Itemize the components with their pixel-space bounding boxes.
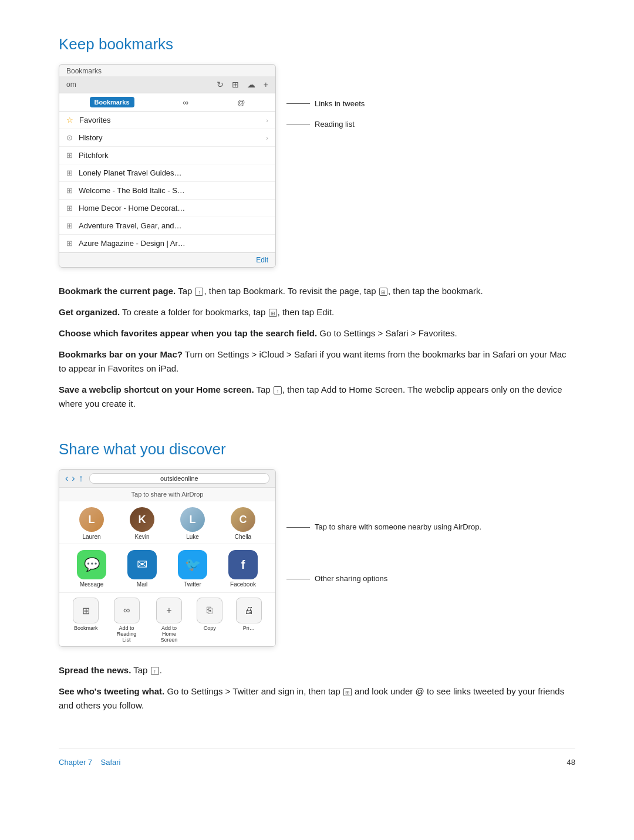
footer-chapter-name: Safari	[101, 758, 121, 767]
callout-reading-text: Reading list	[315, 120, 355, 129]
person-name-luke: Luke	[186, 534, 199, 540]
bm-toolbar: om ↻ ⊞ ☁ +	[59, 76, 275, 93]
share-title: Share what you discover	[59, 440, 575, 458]
history-icon: ⊙	[66, 133, 73, 142]
avatar-chella: C	[231, 507, 255, 532]
list-item-lonely-planet[interactable]: ⊞ Lonely Planet Travel Guides…	[59, 164, 275, 182]
bm-label-top: Bookmarks	[59, 65, 275, 76]
paragraph-get-organized: Get organized. To create a folder for bo…	[59, 305, 575, 319]
person-name-chella: Chella	[235, 534, 251, 540]
list-item-favorites[interactable]: ☆ Favorites ›	[59, 112, 275, 129]
book-icon-inline-2: ⊞	[269, 309, 277, 317]
action-name-print: Pri…	[243, 625, 255, 631]
share-url-bar[interactable]: outsideonline	[89, 473, 269, 484]
star-icon: ☆	[66, 116, 73, 124]
action-icon-copy: ⎘	[197, 598, 222, 623]
paragraph-choose-favorites: Choose which favorites appear when you t…	[59, 326, 575, 340]
share-icon[interactable]: ↑	[79, 473, 83, 484]
bold-save-webclip: Save a webclip shortcut on your Home scr…	[59, 384, 254, 394]
person-luke[interactable]: L Luke	[180, 507, 205, 540]
bm-tab-readinglist-icon[interactable]: ∞	[183, 98, 188, 107]
share-nav: ‹ › ↑	[65, 473, 83, 484]
paragraph-spread-news: Spread the news. Tap ↑.	[59, 663, 575, 677]
app-mail[interactable]: ✉ Mail	[127, 550, 157, 588]
app-icon-facebook: f	[228, 550, 258, 579]
bookmark-diagram-container: Bookmarks om ↻ ⊞ ☁ + Bookmarks ∞ @ ☆ Fav…	[59, 64, 575, 268]
action-print[interactable]: 🖨 Pri…	[236, 598, 262, 643]
list-item-azure[interactable]: ⊞ Azure Magazine - Design | Ar…	[59, 235, 275, 252]
bm-footer-edit[interactable]: Edit	[59, 252, 275, 267]
share-diagram: ‹ › ↑ outsideonline Tap to share with Ai…	[59, 469, 276, 647]
list-item-adventure[interactable]: ⊞ Adventure Travel, Gear, and…	[59, 217, 275, 235]
bold-see-tweeting: See who's tweeting what.	[59, 686, 164, 696]
bookmark-diagram: Bookmarks om ↻ ⊞ ☁ + Bookmarks ∞ @ ☆ Fav…	[59, 64, 276, 268]
app-message[interactable]: 💬 Message	[77, 550, 106, 588]
tabs-icon: ⊞	[232, 80, 239, 89]
book-icon-inline: ⊞	[379, 288, 387, 296]
avatar-luke: L	[180, 507, 205, 532]
pitchfork-label: Pitchfork	[79, 151, 268, 160]
share-icon-inline-3: ↑	[151, 667, 159, 675]
person-kevin[interactable]: K Kevin	[130, 507, 154, 540]
refresh-icon: ↻	[217, 80, 224, 89]
paragraph-save-webclip: Save a webclip shortcut on your Home scr…	[59, 383, 575, 411]
app-facebook[interactable]: f Facebook	[228, 550, 258, 588]
action-copy[interactable]: ⎘ Copy	[197, 598, 222, 643]
callout-dash-4	[286, 579, 310, 579]
app-icon-twitter: 🐦	[178, 550, 207, 579]
action-name-reading: Add to Reading List	[112, 625, 141, 643]
callout-links-in-tweets: Links in tweets	[286, 99, 365, 108]
person-lauren[interactable]: L Lauren	[79, 507, 104, 540]
share-section: Share what you discover ‹ › ↑ outsideonl…	[59, 440, 575, 713]
footer-page-number: 48	[567, 758, 575, 767]
bold-get-organized: Get organized.	[59, 307, 120, 317]
callout-reading-list: Reading list	[286, 120, 365, 129]
callout-dash-1	[286, 103, 310, 104]
bm-tab-bookmarks[interactable]: Bookmarks	[90, 97, 134, 107]
app-icon-message: 💬	[77, 550, 106, 579]
lonely-label: Lonely Planet Travel Guides…	[79, 168, 268, 177]
list-item-pitchfork[interactable]: ⊞ Pitchfork	[59, 147, 275, 164]
bookmark-icon-azure: ⊞	[66, 239, 73, 248]
bm-list: ☆ Favorites › ⊙ History › ⊞ Pitchfork ⊞ …	[59, 112, 275, 252]
action-icon-reading: ∞	[114, 598, 140, 623]
share-diagram-container: ‹ › ↑ outsideonline Tap to share with Ai…	[59, 469, 575, 647]
share-actions-row: ⊞ Bookmark ∞ Add to Reading List + Add t…	[59, 593, 275, 646]
list-item-home-decor[interactable]: ⊞ Home Decor - Home Decorat…	[59, 200, 275, 217]
share-apps-row: 💬 Message ✉ Mail 🐦 Twitter f Facebook	[59, 544, 275, 593]
app-icon-mail: ✉	[127, 550, 157, 579]
favorites-arrow: ›	[266, 117, 268, 124]
history-arrow: ›	[266, 134, 268, 141]
callout-other-text: Other sharing options	[315, 574, 387, 584]
action-home-screen[interactable]: + Add to Home Screen	[154, 598, 184, 643]
paragraph-bookmarks-bar-mac: Bookmarks bar on your Mac? Turn on Setti…	[59, 348, 575, 376]
share-airdrop-bar: Tap to share with AirDrop	[59, 488, 275, 501]
share-icon-inline-1: ↑	[195, 288, 203, 296]
paragraph-bookmark-current: Bookmark the current page. Tap ↑, then t…	[59, 284, 575, 298]
bm-tabs-row: Bookmarks ∞ @	[59, 93, 275, 112]
bm-tab-shared-icon[interactable]: @	[237, 98, 245, 107]
callout-dash-3	[286, 527, 310, 528]
forward-icon[interactable]: ›	[72, 473, 75, 484]
person-chella[interactable]: C Chella	[231, 507, 255, 540]
bold-bookmark-current: Bookmark the current page.	[59, 286, 176, 296]
list-item-bold-italic[interactable]: ⊞ Welcome - The Bold Italic - S…	[59, 182, 275, 200]
bold-spread-news: Spread the news.	[59, 665, 131, 675]
list-item-history[interactable]: ⊙ History ›	[59, 129, 275, 147]
share-icon-inline-2: ↑	[274, 386, 282, 394]
bold-choose-favorites: Choose which favorites appear when you t…	[59, 328, 317, 338]
bookmark-icon-bold: ⊞	[66, 186, 73, 195]
action-bookmark[interactable]: ⊞ Bookmark	[73, 598, 99, 643]
avatar-kevin: K	[130, 507, 154, 532]
share-header: ‹ › ↑ outsideonline	[59, 470, 275, 488]
action-name-home: Add to Home Screen	[154, 625, 184, 643]
avatar-lauren: L	[79, 507, 104, 532]
app-name-mail: Mail	[137, 581, 147, 588]
share-people-row: L Lauren K Kevin L Luke C Chella	[59, 501, 275, 544]
app-twitter[interactable]: 🐦 Twitter	[178, 550, 207, 588]
bookmarks-title: Keep bookmarks	[59, 35, 575, 53]
action-reading-list[interactable]: ∞ Add to Reading List	[112, 598, 141, 643]
person-name-lauren: Lauren	[82, 534, 100, 540]
back-icon[interactable]: ‹	[65, 473, 68, 484]
bookmark-icon-adventure: ⊞	[66, 221, 73, 230]
